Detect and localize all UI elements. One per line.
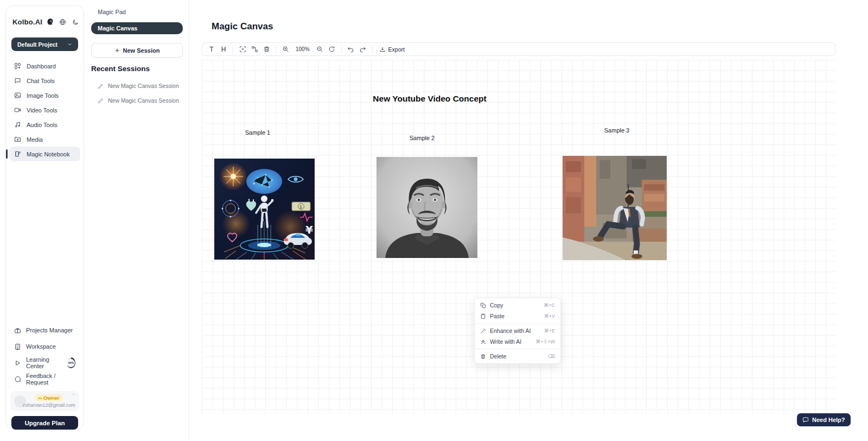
sidebar-item-dashboard[interactable]: Dashboard <box>9 59 80 73</box>
clipboard-icon <box>480 313 486 319</box>
sidebar-item-label: Audio Tools <box>27 122 58 128</box>
context-menu-divider <box>475 349 560 349</box>
sidebar-item-label: Learning Center <box>26 356 61 369</box>
sidebar-item-label: Video Tools <box>27 107 57 114</box>
crown-icon <box>37 395 42 400</box>
sample-1-label[interactable]: Sample 1 <box>245 129 270 136</box>
text-tool-button[interactable]: T <box>206 43 218 55</box>
image-icon <box>14 92 21 99</box>
sidebar-item-learning-center[interactable]: Learning Center 66% <box>9 355 80 371</box>
heading-tool-button[interactable]: H <box>218 43 229 55</box>
sample-3-label[interactable]: Sample 3 <box>604 127 629 134</box>
shortcut: ⌘+V <box>544 313 555 319</box>
need-help-button[interactable]: Need Help? <box>797 413 851 426</box>
export-button[interactable]: Export <box>376 46 408 53</box>
redo-button[interactable] <box>357 43 369 55</box>
sidebar-item-label: Media <box>27 136 43 143</box>
zoom-level: 100% <box>291 46 314 52</box>
sidebar-item-audio-tools[interactable]: Audio Tools <box>9 117 80 132</box>
context-menu: Copy ⌘+C Paste ⌘+V Enhance with AI ⌘+E W… <box>474 298 561 364</box>
new-session-button[interactable]: New Session <box>91 43 183 58</box>
sidebar-item-label: Workspace <box>26 343 56 350</box>
select-area-button[interactable] <box>237 43 248 55</box>
zoom-out-button[interactable] <box>314 43 326 55</box>
context-menu-delete[interactable]: Delete ⌫ <box>475 351 560 362</box>
learning-progress-ring: 66% <box>67 357 75 368</box>
media-icon <box>14 136 21 143</box>
toolbar-divider <box>276 46 276 53</box>
context-menu-enhance-with-ai[interactable]: Enhance with AI ⌘+E <box>475 325 560 336</box>
context-menu-write-with-ai[interactable]: Write with AI ⌘+⇧+W <box>475 336 560 347</box>
download-icon <box>379 46 386 53</box>
sidebar-item-label: Image Tools <box>27 92 59 99</box>
sparkles-icon <box>480 339 486 345</box>
sample-2-label[interactable]: Sample 2 <box>410 135 435 141</box>
chat-icon <box>14 77 21 84</box>
magic-canvas-item-selected[interactable]: Magic Canvas <box>91 22 183 34</box>
chevron-down-icon <box>67 42 72 47</box>
pencil-icon <box>98 98 104 104</box>
sidebar-item-magic-notebook[interactable]: Magic Notebook <box>9 147 80 161</box>
brand-row: Kolbo.AI <box>12 18 78 26</box>
toolbar-divider <box>372 46 373 53</box>
dashboard-icon <box>14 62 21 70</box>
moon-icon[interactable] <box>72 19 79 26</box>
magic-pad-item[interactable]: Magic Pad <box>98 9 126 15</box>
sample-1-image-ai-robot[interactable]: $ ¥ <box>214 159 315 260</box>
sidebar-nav: Dashboard Chat Tools Image Tools Video T… <box>9 59 80 161</box>
reset-view-button[interactable] <box>326 43 338 55</box>
connector-tool-button[interactable] <box>248 43 260 55</box>
svg-text:$: $ <box>299 205 302 210</box>
app-root: Kolbo.AI Default Project Dashb <box>0 0 868 441</box>
user-email: zoharvan12@gmail.com <box>23 402 75 408</box>
help-chat-icon <box>802 417 809 423</box>
sidebar-item-workspace[interactable]: Workspace <box>9 338 80 355</box>
copy-icon <box>480 303 486 308</box>
undo-button[interactable] <box>345 43 357 55</box>
sidebar-item-feedback[interactable]: Feedback / Request <box>9 371 80 387</box>
context-menu-paste[interactable]: Paste ⌘+V <box>475 311 560 322</box>
session-list-item[interactable]: New Magic Canvas Session <box>98 83 179 89</box>
magic-canvas-grid[interactable]: New Youtube Video Concept Sample 1 Sampl… <box>202 60 835 414</box>
sessions-panel: Magic Pad Magic Canvas New Session Recen… <box>85 0 189 441</box>
video-icon <box>14 106 21 114</box>
delete-tool-button[interactable] <box>260 43 272 55</box>
sidebar-item-label: Feedback / Request <box>26 373 75 386</box>
zoom-in-button[interactable] <box>279 43 291 55</box>
pencil-icon <box>98 83 104 89</box>
page-title: Magic Canvas <box>212 21 273 32</box>
shortcut: ⌘+⇧+W <box>535 339 555 344</box>
user-card[interactable]: Owner zoharvan12@gmail.com ⌃ <box>10 391 79 411</box>
upgrade-plan-button[interactable]: Upgrade Plan <box>11 416 78 430</box>
sidebar-item-image-tools[interactable]: Image Tools <box>9 88 80 103</box>
sidebar: Kolbo.AI Default Project Dashb <box>5 5 84 430</box>
context-menu-copy[interactable]: Copy ⌘+C <box>475 300 560 311</box>
sidebar-item-projects-manager[interactable]: Projects Manager <box>9 322 80 338</box>
shortcut: ⌘+E <box>544 328 555 333</box>
canvas-heading[interactable]: New Youtube Video Concept <box>373 94 486 104</box>
sidebar-item-media[interactable]: Media <box>9 132 80 147</box>
trash-icon <box>480 354 486 360</box>
project-selector[interactable]: Default Project <box>11 37 78 51</box>
svg-text:¥: ¥ <box>305 223 313 236</box>
sidebar-item-label: Projects Manager <box>26 327 73 333</box>
building-icon <box>14 343 21 350</box>
briefcase-icon <box>14 327 21 334</box>
toolbar-divider <box>341 46 342 53</box>
plus-icon <box>114 48 120 53</box>
globe-icon[interactable] <box>59 18 66 26</box>
sample-2-image-portrait[interactable] <box>376 157 477 258</box>
notebook-icon <box>14 150 21 158</box>
sidebar-item-label: Chat Tools <box>27 78 55 84</box>
brand-logo-text: Kolbo.AI <box>12 18 42 26</box>
sidebar-item-video-tools[interactable]: Video Tools <box>9 103 80 117</box>
sample-3-image-man-on-ruins[interactable] <box>563 156 667 260</box>
toolbar-divider <box>233 46 233 53</box>
audio-icon <box>14 121 21 128</box>
shortcut: ⌘+C <box>544 303 555 308</box>
sidebar-item-chat-tools[interactable]: Chat Tools <box>9 73 80 88</box>
context-menu-divider <box>475 323 560 324</box>
session-list-item[interactable]: New Magic Canvas Session <box>98 97 179 104</box>
magic-wand-icon <box>480 328 486 334</box>
canvas-toolbar: T H 100% Export <box>202 42 835 56</box>
